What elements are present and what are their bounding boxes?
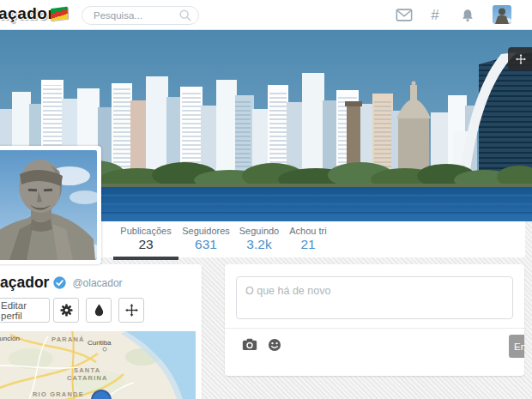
stat-label: Publicações [113,226,178,236]
search-box [82,6,199,25]
theme-color-button[interactable] [86,298,112,323]
camera-icon [242,338,257,351]
bell-icon [460,7,475,23]
cover-edit-button[interactable] [508,47,532,70]
rio-grande-do-sul-flag-icon [51,7,68,21]
hashtag-icon: # [431,7,438,24]
map-label-catarina: CATARINA [67,374,108,382]
composer-card: Enviar [225,264,524,376]
move-cross-icon [125,304,138,317]
map-label-curitiba: Curitiba [88,339,112,347]
map-label-parana: PARANÁ [51,336,85,343]
top-navbar: açador # [0,0,532,30]
account-avatar[interactable] [493,5,511,24]
stat-label: Seguidores [175,226,237,236]
profile-info-card: açador @olacador Editar perfil [0,264,202,399]
active-tab-underline [113,257,178,260]
move-cross-icon [516,54,526,64]
explore-button[interactable]: # [426,0,444,30]
composer-divider [225,328,524,329]
stat-label: Achou tri [283,226,333,236]
map-label-asuncion: Asunción [0,335,20,342]
settings-button[interactable] [53,298,79,323]
envelope-icon [396,8,413,22]
profile-page: açador # [0,0,532,399]
compose-input[interactable] [236,276,513,319]
add-photo-button[interactable] [242,338,257,354]
tab-seguidores[interactable]: Seguidores 631 [175,226,237,252]
add-emoji-button[interactable] [268,338,283,354]
stat-value: 631 [175,237,237,252]
stat-value: 3.2k [233,237,285,252]
send-post-button[interactable]: Enviar [509,335,524,358]
move-widget-button[interactable] [118,298,144,323]
notifications-button[interactable] [457,0,478,30]
display-name: açador [0,274,49,292]
gear-icon [60,304,73,317]
verified-badge-icon [53,276,66,289]
statue-photo-illustration [0,150,97,260]
droplet-icon [94,304,105,317]
statue-avatar-icon [493,5,511,24]
tab-achou-tri[interactable]: Achou tri 21 [283,226,333,252]
edit-profile-button[interactable]: Editar perfil [0,298,50,323]
profile-name-row: açador @olacador [0,274,123,292]
map-illustration: Asunción PARANÁ Curitiba SANTA CATARINA … [0,331,196,399]
smiley-icon [268,338,281,352]
tab-publicacoes[interactable]: Publicações 23 [113,226,178,252]
tab-seguindo[interactable]: Seguindo 3.2k [233,226,285,252]
search-icon [178,9,192,22]
profile-photo[interactable] [0,146,101,264]
location-map[interactable]: Asunción PARANÁ Curitiba SANTA CATARINA … [0,331,196,399]
messages-button[interactable] [393,0,415,30]
stat-label: Seguindo [233,226,285,236]
stat-value: 23 [113,237,178,252]
map-label-rio-grande: RIO GRANDE [33,390,84,398]
site-logo[interactable]: açador [0,4,54,23]
profile-handle: @olacador [72,277,122,289]
stat-value: 21 [283,237,333,252]
map-label-santa: SANTA [74,366,100,374]
